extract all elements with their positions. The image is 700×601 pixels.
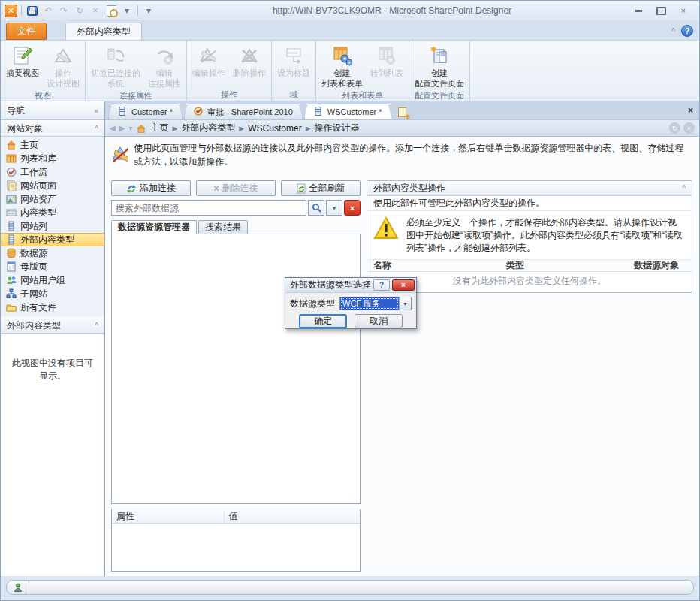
- home-icon[interactable]: [136, 124, 146, 133]
- remove-connection-button[interactable]: × 删除连接: [196, 180, 276, 196]
- sidebar-item-site-groups[interactable]: 网站用户组: [1, 273, 104, 287]
- column-header-data-source-object: 数据源对象: [634, 259, 692, 272]
- button-label: 创建: [431, 68, 448, 78]
- summary-view-button[interactable]: 摘要视图: [2, 41, 43, 89]
- create-lists-forms-button[interactable]: 创建 列表和表单: [318, 41, 367, 89]
- group-label: 配置文件页面: [411, 89, 468, 101]
- clear-search-icon[interactable]: ×: [344, 200, 361, 216]
- operations-design-view-button[interactable]: 操作 设计视图: [43, 41, 83, 89]
- main-content: Customer * 审批 - SharePoint 2010 WSCustom…: [105, 101, 699, 578]
- refresh-button[interactable]: ↻: [73, 4, 86, 17]
- data-source-explorer[interactable]: [111, 234, 361, 504]
- sidebar-item-site-pages[interactable]: 网站页面: [1, 179, 104, 192]
- sidebar-item-content-types[interactable]: 内容类型: [1, 206, 104, 219]
- delete-operation-icon: [238, 44, 261, 67]
- forward-icon[interactable]: ▶: [119, 124, 125, 132]
- sidebar-item-site-columns[interactable]: 网站列: [1, 219, 104, 233]
- sidebar-item-all-files[interactable]: 所有文件: [1, 300, 104, 314]
- app-icon[interactable]: ✕: [5, 5, 17, 17]
- dialog-close-icon[interactable]: ×: [392, 279, 415, 291]
- undo-button[interactable]: ↶: [41, 4, 55, 17]
- separator: [21, 5, 22, 16]
- warning-icon: [373, 216, 399, 240]
- cancel-button[interactable]: 取消: [355, 314, 403, 328]
- section-external-content-types[interactable]: 外部内容类型 ^: [1, 317, 104, 334]
- preview-dropdown[interactable]: ▾: [120, 4, 134, 17]
- refresh-all-button[interactable]: 全部刷新: [281, 180, 361, 196]
- data-source-type-select[interactable]: WCF 服务 ▼: [339, 297, 412, 310]
- sidebar-item-external-content-types[interactable]: 外部内容类型: [1, 233, 104, 246]
- search-input[interactable]: [111, 200, 306, 216]
- window-title: http://WIN-BV73CLK9OMR - Microsoft Share…: [155, 5, 629, 16]
- sidebar-item-home[interactable]: 主页: [1, 138, 104, 152]
- help-icon[interactable]: ?: [681, 25, 693, 37]
- combo-arrow-icon[interactable]: ▼: [399, 297, 411, 310]
- delete-operation-button[interactable]: 删除操作: [229, 41, 270, 88]
- home-icon: [6, 140, 17, 150]
- breadcrumb-operation-designer[interactable]: 操作设计器: [315, 122, 360, 134]
- customize-qat-button[interactable]: ▾: [142, 4, 155, 17]
- maximize-button[interactable]: [651, 5, 671, 17]
- sidebar-item-master-pages[interactable]: 母版页: [1, 260, 104, 273]
- file-tab[interactable]: 文件: [6, 23, 47, 40]
- history-dropdown-icon[interactable]: ▾: [128, 124, 132, 132]
- edit-connection-properties-button[interactable]: 编辑 连接属性: [144, 41, 185, 89]
- item-label: 工作流: [20, 166, 47, 179]
- refresh-page-icon[interactable]: ↻: [669, 122, 680, 134]
- close-page-icon[interactable]: ×: [683, 122, 695, 134]
- doc-tab-customer[interactable]: Customer *: [108, 104, 183, 119]
- set-as-title-button[interactable]: xxxx 设为标题: [273, 41, 314, 88]
- search-icon[interactable]: [308, 200, 324, 216]
- breadcrumb-external-content-types[interactable]: 外部内容类型: [181, 122, 235, 134]
- sidebar-item-site-assets[interactable]: 网站资产: [1, 192, 104, 206]
- search-row: ▾ ×: [111, 200, 361, 216]
- dialog-title-bar[interactable]: 外部数据源类型选择 ? ×: [285, 278, 416, 293]
- user-status-cell[interactable]: [7, 581, 29, 594]
- minimize-button[interactable]: [629, 5, 648, 17]
- go-to-list-button[interactable]: 转到列表: [367, 41, 407, 89]
- switch-connected-system-button[interactable]: 切换已连接的 系统: [87, 41, 144, 89]
- close-button[interactable]: ×: [674, 5, 693, 17]
- tab-external-content-type[interactable]: 外部内容类型: [65, 23, 142, 40]
- doc-tab-approval-workflow[interactable]: 审批 - SharePoint 2010: [184, 104, 303, 119]
- preview-button[interactable]: [104, 4, 118, 17]
- collapse-nav-icon[interactable]: «: [94, 107, 98, 115]
- back-icon[interactable]: ◀: [110, 124, 116, 132]
- section-site-objects[interactable]: 网站对象 ^: [1, 120, 104, 137]
- doc-tab-wscustomer[interactable]: WSCustomer *: [304, 104, 392, 119]
- edit-connection-icon: [153, 44, 176, 67]
- group-label: 域: [273, 88, 314, 101]
- breadcrumb-wscustomer[interactable]: WSCustomer: [248, 123, 301, 134]
- sidebar-item-data-sources[interactable]: 数据源: [1, 246, 104, 260]
- sidebar-item-workflows[interactable]: 工作流: [1, 165, 104, 179]
- create-profile-page-button[interactable]: ✱ 创建 配置文件页面: [411, 41, 468, 89]
- dialog-help-icon[interactable]: ?: [373, 279, 390, 291]
- dialog-title: 外部数据源类型选择: [290, 279, 371, 291]
- save-icon: [27, 6, 38, 16]
- collapse-ribbon-icon[interactable]: ^: [671, 27, 675, 35]
- search-options-dropdown-icon[interactable]: ▾: [326, 200, 342, 216]
- ok-button[interactable]: 确定: [299, 314, 347, 328]
- save-button[interactable]: [26, 4, 39, 17]
- collapse-panel-icon[interactable]: ^: [682, 184, 686, 192]
- breadcrumb-home[interactable]: 主页: [150, 122, 168, 134]
- redo-button[interactable]: ↷: [57, 4, 71, 17]
- new-tab-button[interactable]: ✱: [396, 107, 411, 119]
- tab-label: Customer *: [131, 107, 173, 116]
- tab-data-source-explorer[interactable]: 数据源资源管理器: [111, 220, 197, 234]
- add-connection-button[interactable]: 添加连接: [111, 180, 191, 196]
- column-header-property: 属性: [112, 510, 224, 523]
- site-columns-icon: [6, 221, 17, 231]
- edit-operation-button[interactable]: 编辑操作: [189, 41, 229, 88]
- tab-label: 审批 - SharePoint 2010: [207, 107, 293, 118]
- sidebar-item-subsites[interactable]: 子网站: [1, 287, 104, 300]
- status-bar: [1, 576, 699, 600]
- chevron-up-icon: ^: [95, 125, 98, 133]
- button-label: 设计视图: [47, 78, 80, 89]
- close-tab-icon[interactable]: ×: [688, 105, 693, 116]
- sidebar-item-lists-libraries[interactable]: 列表和库: [1, 152, 104, 165]
- tab-search-results[interactable]: 搜索结果: [198, 220, 248, 234]
- all-files-icon: [6, 302, 17, 313]
- stop-button[interactable]: ×: [89, 4, 102, 17]
- site-objects-list: 主页 列表和库 工作流 网站页面 网站资产: [1, 137, 104, 317]
